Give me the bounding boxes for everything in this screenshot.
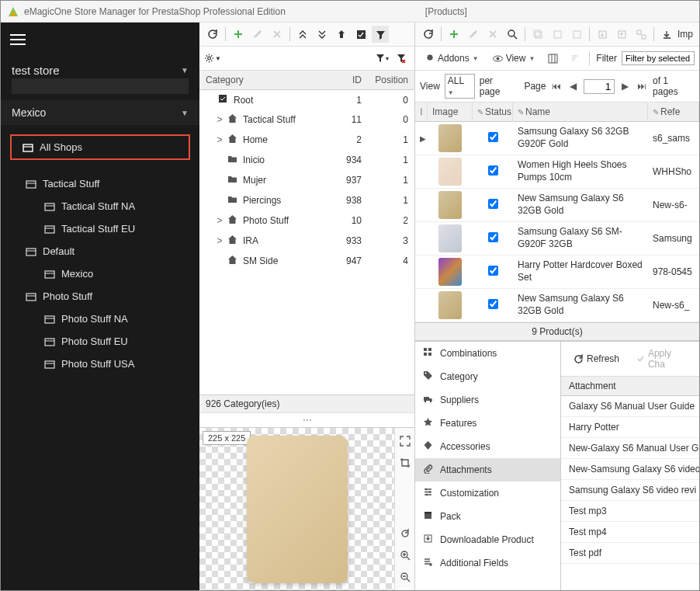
tab-additional-fields[interactable]: Additional Fields (415, 551, 560, 575)
store-selector[interactable]: test store ▼ (1, 59, 199, 78)
clone-button-2[interactable] (568, 26, 585, 43)
product-status[interactable] (473, 196, 513, 214)
tab-combinations[interactable]: Combinations (415, 342, 560, 365)
col-name[interactable]: ✎Name (513, 103, 648, 121)
edit-button[interactable] (465, 26, 482, 43)
category-row-root[interactable]: Root 1 0 (199, 90, 414, 110)
category-row[interactable]: >Photo Stuff102 (199, 210, 414, 231)
sidebar-item[interactable]: Tactical Stuff EU (1, 217, 199, 240)
add-button[interactable] (445, 26, 463, 43)
country-selector[interactable]: Mexico ▼ (1, 100, 199, 125)
product-row[interactable]: Harry Potter Hardcover Boxed Set978-0545 (415, 256, 699, 289)
sidebar-item[interactable]: Mexico (1, 262, 199, 285)
product-status[interactable] (473, 130, 513, 147)
sidebar-item[interactable]: Tactical Stuff NA (1, 195, 199, 217)
product-status[interactable] (473, 297, 513, 314)
tab-downloadable-product[interactable]: Downloadable Product (415, 528, 560, 551)
rotate-button[interactable] (397, 525, 414, 542)
tab-accessories[interactable]: Accessories (415, 435, 560, 458)
product-status[interactable] (473, 230, 513, 247)
first-page-button[interactable]: ⏮ (550, 80, 562, 92)
tab-suppliers[interactable]: Suppliers (415, 388, 560, 412)
product-row[interactable]: Women High Heels Shoes Pumps 10cmWHHSho (415, 155, 699, 189)
category-row[interactable]: Inicio9341 (199, 150, 414, 170)
filter-clear-button[interactable] (393, 50, 410, 67)
collapse-button[interactable] (314, 26, 331, 43)
attachment-row[interactable]: Harry Potter (561, 417, 699, 438)
attachment-row[interactable]: Galaxy S6 Manual User Guide (561, 396, 699, 417)
attachment-row[interactable]: Test mp3 (561, 501, 699, 522)
product-row[interactable]: Samsung Galaxy S6 SM-G920F 32GBSamsung (415, 222, 699, 256)
import-label[interactable]: Imp (677, 29, 693, 40)
attachment-row[interactable]: New-Samsung Galaxy S6 video (561, 459, 699, 480)
next-page-button[interactable]: ▶ (619, 80, 631, 92)
sidebar-item[interactable]: Photo Stuff USA (1, 353, 199, 375)
bulk-button[interactable] (632, 26, 650, 43)
page-input[interactable] (584, 79, 615, 94)
row-selector[interactable] (415, 203, 428, 207)
resize-handle[interactable]: ⋯ (199, 412, 414, 427)
attachment-row[interactable]: New-Galaxy S6 Manual User G (561, 438, 699, 459)
expand-icon[interactable]: > (215, 215, 224, 226)
filter-button[interactable] (372, 26, 389, 43)
delete-button[interactable] (269, 26, 286, 43)
per-page-select[interactable]: ALL ▼ (445, 74, 475, 99)
category-row[interactable]: >Tactical Stuff110 (199, 110, 414, 130)
attachment-row[interactable]: Test mp4 (561, 522, 699, 543)
export-button[interactable] (594, 26, 611, 43)
sidebar-item[interactable]: Photo Stuff NA (1, 308, 199, 330)
prev-page-button[interactable]: ◀ (567, 80, 579, 92)
last-page-button[interactable]: ⏭ (636, 80, 648, 92)
col-reference[interactable]: ✎Refe (648, 103, 699, 121)
expand-icon[interactable]: > (215, 134, 224, 145)
sidebar-item[interactable]: Photo Stuff (1, 285, 199, 308)
col-position[interactable]: Position (362, 75, 408, 85)
filter-funnel-button[interactable]: ▼ (374, 50, 391, 67)
tab-attachments[interactable]: Attachments (415, 458, 560, 481)
col-selector[interactable]: ⁞ (415, 103, 428, 121)
delete-button[interactable] (484, 26, 501, 43)
col-image[interactable]: Image (428, 103, 473, 121)
tab-pack[interactable]: Pack (415, 505, 560, 528)
expand-button[interactable] (294, 26, 311, 43)
category-row[interactable]: Piercings9381 (199, 190, 414, 210)
tab-customization[interactable]: Customization (415, 481, 560, 505)
row-selector[interactable] (415, 169, 428, 174)
search-button[interactable] (504, 26, 521, 43)
copy-button[interactable] (529, 26, 546, 43)
row-selector[interactable]: ▶ (415, 130, 428, 146)
row-selector[interactable] (415, 236, 428, 241)
category-row[interactable]: Mujer9371 (199, 170, 414, 190)
view-dropdown[interactable]: View▼ (488, 51, 540, 65)
category-row[interactable]: >IRA9333 (199, 231, 414, 251)
refresh-button[interactable] (420, 26, 437, 43)
sidebar-item-all-shops[interactable]: All Shops (12, 136, 189, 158)
tab-category[interactable]: Category (415, 365, 560, 388)
toggle-button[interactable] (352, 26, 369, 43)
attachments-header[interactable]: Attachment (561, 377, 699, 396)
col-status[interactable]: ✎Status (473, 103, 513, 121)
col-category[interactable]: Category (206, 75, 323, 85)
attachment-row[interactable]: Test pdf (561, 543, 699, 564)
edit-button[interactable] (249, 26, 266, 43)
category-row[interactable]: >Home21 (199, 130, 414, 150)
move-up-button[interactable] (333, 26, 350, 43)
zoom-in-button[interactable] (397, 547, 414, 564)
sidebar-item[interactable]: Photo Stuff EU (1, 330, 199, 353)
clone-button[interactable] (549, 26, 566, 43)
zoom-out-button[interactable] (397, 568, 414, 586)
sidebar-item[interactable]: Default (1, 240, 199, 262)
sort-button[interactable] (566, 50, 583, 67)
row-selector[interactable] (415, 269, 428, 274)
sidebar-item[interactable]: Tactical Stuff (1, 172, 199, 195)
crop-button[interactable] (397, 454, 414, 471)
expand-icon[interactable]: > (215, 235, 224, 246)
import-button[interactable] (613, 26, 630, 43)
filter-input[interactable] (622, 51, 695, 65)
apply-button[interactable]: Apply Cha (632, 346, 691, 371)
row-selector[interactable] (415, 303, 428, 308)
add-button[interactable] (230, 26, 247, 43)
attachment-row[interactable]: Samsung Galaxy S6 video revi (561, 480, 699, 501)
refresh-button[interactable] (204, 26, 221, 43)
columns-button[interactable] (544, 50, 561, 67)
